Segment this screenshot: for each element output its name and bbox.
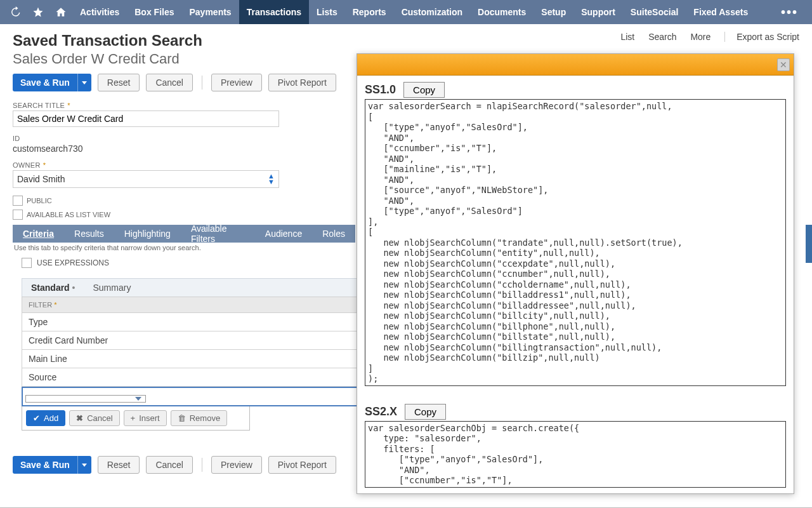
- nav-support[interactable]: Support: [573, 0, 623, 24]
- copy-button[interactable]: Copy: [403, 82, 445, 98]
- search-title-input[interactable]: [13, 110, 279, 127]
- divider: [202, 76, 202, 90]
- trash-icon: 🗑: [178, 413, 186, 423]
- nav-reports[interactable]: Reports: [345, 0, 394, 24]
- row-insert-button[interactable]: +Insert: [124, 410, 167, 426]
- subtab-summary[interactable]: Summary: [84, 279, 140, 297]
- code-section-ss10: SS1.0Copyvar salesorderSearch = nlapiSea…: [365, 82, 786, 386]
- reset-button-bottom[interactable]: Reset: [98, 456, 140, 474]
- link-search[interactable]: Search: [648, 32, 676, 42]
- pivot-report-button-bottom[interactable]: Pivot Report: [268, 456, 336, 474]
- nav-payments[interactable]: Payments: [182, 0, 239, 24]
- criteria-subtabs: Standard Summary: [22, 278, 364, 297]
- panel-body[interactable]: SS1.0Copyvar salesorderSearch = nlapiSea…: [357, 76, 794, 493]
- history-icon[interactable]: [4, 0, 27, 24]
- export-script-panel: ✕ SS1.0Copyvar salesorderSearch = nlapiS…: [357, 53, 794, 494]
- save-run-dropdown-bottom[interactable]: [77, 456, 91, 474]
- tab-highlighting[interactable]: Highlighting: [114, 229, 181, 239]
- nav-documents[interactable]: Documents: [470, 0, 534, 24]
- panel-close-button[interactable]: ✕: [777, 58, 790, 71]
- save-run-dropdown[interactable]: [77, 74, 91, 91]
- nav-fixed-assets[interactable]: Fixed Assets: [686, 0, 756, 24]
- code-section-ss2x: SS2.XCopyvar salesorderSearchObj = searc…: [365, 404, 786, 488]
- copy-button[interactable]: Copy: [405, 404, 446, 420]
- filter-dropdown[interactable]: [25, 395, 146, 403]
- overflow-menu-icon[interactable]: •••: [771, 5, 808, 20]
- code-title: SS1.0: [365, 83, 396, 97]
- top-nav: ActivitiesBox FilesPaymentsTransactionsL…: [0, 0, 812, 24]
- link-more[interactable]: More: [690, 32, 710, 42]
- public-checkbox[interactable]: [13, 196, 23, 206]
- save-run-button-bottom[interactable]: Save & Run: [13, 456, 91, 474]
- nav-box-files[interactable]: Box Files: [127, 0, 181, 24]
- row-remove-button[interactable]: 🗑Remove: [171, 410, 227, 426]
- header-links: List Search More Export as Script: [609, 32, 799, 42]
- criteria-header: FILTER *: [22, 297, 364, 313]
- section-tabs: CriteriaResultsHighlightingAvailable Fil…: [13, 225, 355, 243]
- code-block[interactable]: var salesorderSearch = nlapiSearchRecord…: [365, 99, 786, 386]
- subtab-standard[interactable]: Standard: [22, 279, 84, 297]
- code-block[interactable]: var salesorderSearchObj = search.create(…: [365, 421, 786, 488]
- link-list[interactable]: List: [620, 32, 634, 42]
- owner-value: David Smith: [17, 174, 65, 184]
- preview-button-bottom[interactable]: Preview: [211, 456, 262, 474]
- criteria-row[interactable]: Type: [22, 313, 364, 331]
- nav-customization[interactable]: Customization: [394, 0, 470, 24]
- nav-menu: ActivitiesBox FilesPaymentsTransactionsL…: [72, 0, 756, 24]
- public-label: PUBLIC: [27, 197, 52, 204]
- criteria-row-buttons: ✔Add ✖Cancel +Insert 🗑Remove: [22, 406, 250, 431]
- row-add-button[interactable]: ✔Add: [26, 410, 65, 426]
- star-icon[interactable]: [27, 0, 49, 24]
- criteria-row[interactable]: Source: [22, 368, 364, 387]
- listview-checkbox[interactable]: [13, 210, 23, 220]
- listview-label: AVAILABLE AS LIST VIEW: [27, 211, 110, 218]
- tab-criteria[interactable]: Criteria: [13, 229, 64, 239]
- nav-activities[interactable]: Activities: [72, 0, 127, 24]
- criteria-row[interactable]: Credit Card Number: [22, 331, 364, 350]
- owner-select[interactable]: David Smith ▲▼: [13, 170, 279, 188]
- panel-header: ✕: [357, 54, 794, 76]
- tab-audience[interactable]: Audience: [255, 229, 312, 239]
- nav-setup[interactable]: Setup: [534, 0, 573, 24]
- cancel-button-bottom[interactable]: Cancel: [146, 456, 193, 474]
- reset-button[interactable]: Reset: [98, 74, 140, 91]
- row-cancel-button[interactable]: ✖Cancel: [69, 410, 119, 426]
- pivot-report-button[interactable]: Pivot Report: [268, 74, 336, 91]
- use-expressions-checkbox[interactable]: [22, 258, 32, 268]
- tab-results[interactable]: Results: [64, 229, 114, 239]
- side-handle[interactable]: [806, 225, 812, 263]
- home-icon[interactable]: [49, 0, 72, 24]
- link-export-script[interactable]: Export as Script: [724, 32, 799, 42]
- use-expressions-label: USE EXPRESSIONS: [37, 258, 109, 267]
- tab-available-filters[interactable]: Available Filters: [181, 224, 255, 244]
- plus-icon: +: [131, 413, 136, 423]
- chevron-updown-icon: ▲▼: [268, 173, 275, 185]
- close-icon: ✖: [76, 413, 83, 423]
- code-title: SS2.X: [365, 405, 397, 418]
- nav-suitesocial[interactable]: SuiteSocial: [623, 0, 686, 24]
- nav-lists[interactable]: Lists: [309, 0, 345, 24]
- criteria-new-row[interactable]: [22, 387, 364, 406]
- criteria-row[interactable]: Main Line: [22, 350, 364, 368]
- check-icon: ✔: [33, 413, 40, 423]
- nav-transactions[interactable]: Transactions: [239, 0, 309, 24]
- tab-roles[interactable]: Roles: [312, 229, 355, 239]
- preview-button[interactable]: Preview: [211, 74, 262, 91]
- cancel-button[interactable]: Cancel: [146, 74, 193, 91]
- save-run-button[interactable]: Save & Run: [13, 74, 91, 91]
- save-run-label[interactable]: Save & Run: [13, 74, 77, 91]
